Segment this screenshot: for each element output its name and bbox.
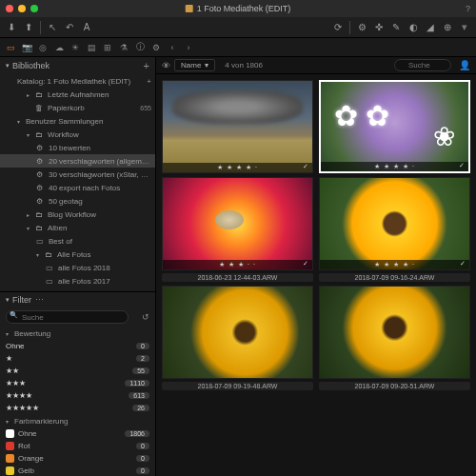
user-icon[interactable]: 👤 <box>459 60 470 70</box>
rating-filter-row[interactable]: ★★★★★26 <box>0 402 155 414</box>
trash-row[interactable]: 🗑 Papierkorb 655 <box>0 101 155 114</box>
close-window-button[interactable] <box>6 5 13 12</box>
color-label-header[interactable]: ▾ Farbmarkierung <box>0 414 155 427</box>
rating-filter-row[interactable]: ★★55 <box>0 365 155 377</box>
crop-tool-icon[interactable]: ✜ <box>371 20 387 35</box>
blog-workflow-folder[interactable]: ▸ 🗀 Blog Workflow <box>0 208 155 221</box>
rating-filter-row[interactable]: ★★★★613 <box>0 389 155 402</box>
gradient-tool-icon[interactable]: ◢ <box>423 20 438 35</box>
thumbnail-image[interactable]: ★ ★ ★ ★ ·✓ <box>162 80 313 173</box>
disclosure-icon[interactable]: ▾ <box>6 418 11 425</box>
add-icon[interactable]: + <box>144 60 149 71</box>
main-toolbar: ⬇ ⬆ ↖ ↶ A ⟳ ⚙ ✜ ✎ ◐ ◢ ⊕ ▾ <box>0 17 476 38</box>
color-filter-row[interactable]: Gelb0 <box>0 465 155 476</box>
disclosure-icon[interactable]: ▾ <box>6 296 10 304</box>
library-section-header[interactable]: ▾ Bibliothek + <box>0 57 155 74</box>
color-chip <box>6 442 14 450</box>
view-mode-icon[interactable]: 👁 <box>162 61 170 70</box>
browser-panel: 👁 Name ▾ 4 von 1806 👤 ★ ★ ★ ★ ·✓★ ★ ★ ★ … <box>156 57 476 476</box>
titlebar-right: ? <box>466 4 470 13</box>
thumbnail-rating: ★ ★ ★ ★ ·✓ <box>163 163 312 172</box>
thumbnail-image[interactable] <box>319 286 470 379</box>
album-row[interactable]: ▭alle Fotos 2017 <box>0 274 155 288</box>
recent-captures-row[interactable]: ▸ 🗀 Letzte Aufnahmen <box>0 88 155 101</box>
thumbnail-image[interactable] <box>162 286 313 379</box>
smart-album[interactable]: ⚙10 bewerten <box>0 141 155 154</box>
smart-album[interactable]: ⚙30 verschlagworten (xStar, 500px, Cop… <box>0 168 155 181</box>
levels-icon[interactable]: ▤ <box>85 41 98 54</box>
disclosure-icon[interactable]: ▾ <box>27 225 32 231</box>
thumbnail-cell[interactable]: ★ ★ ★ ★ ·✓2018-07-09 09-16-24.ARW <box>319 177 470 282</box>
nav-next-icon[interactable]: › <box>182 41 195 54</box>
erase-tool-icon[interactable]: ◐ <box>406 20 421 35</box>
heal-tool-icon[interactable]: ⊕ <box>440 20 455 35</box>
adjust-icon[interactable]: ⚗ <box>117 41 130 54</box>
text-tool-icon[interactable]: A <box>79 20 94 35</box>
library-tab-icon[interactable]: ▭ <box>4 41 17 54</box>
rating-header[interactable]: ▾ Bewertung <box>0 327 155 340</box>
filter-section-header[interactable]: ▾ Filter ⋯ <box>0 291 155 307</box>
thumbnail-image[interactable]: ★ ★ ★ · ·✓ <box>162 177 313 270</box>
lens-icon[interactable]: ◎ <box>36 41 50 54</box>
disclosure-icon[interactable]: ▾ <box>36 251 42 258</box>
albums-folder[interactable]: ▾ 🗀 Alben <box>0 221 155 234</box>
filter-options-icon[interactable]: ⋯ <box>35 295 44 305</box>
export-icon[interactable]: ⬆ <box>21 20 36 35</box>
help-icon[interactable]: ? <box>466 4 470 13</box>
output-icon[interactable]: ⚙ <box>149 41 163 54</box>
thumbnail-image[interactable]: ★ ★ ★ ★ ·✓ <box>319 80 470 173</box>
smart-album[interactable]: ⚙20 verschlagworten (allgemein) <box>0 154 155 168</box>
nav-prev-icon[interactable]: ‹ <box>166 41 179 54</box>
rating-filter-row[interactable]: ★★★1110 <box>0 377 155 389</box>
import-icon[interactable]: ⬇ <box>4 20 19 35</box>
disclosure-icon[interactable]: ▾ <box>17 118 23 125</box>
undo-icon[interactable]: ↶ <box>62 20 77 35</box>
zoom-window-button[interactable] <box>30 5 38 12</box>
rotate-icon[interactable]: ⟳ <box>330 20 346 35</box>
disclosure-icon[interactable]: ▾ <box>6 330 11 337</box>
thumbnail-cell[interactable]: ★ ★ ★ · ·✓2018-06-23 12-44-03.ARW <box>162 177 313 282</box>
filter-search-input[interactable] <box>6 310 129 324</box>
album-row[interactable]: ▭alle Fotos 2018 <box>0 261 155 274</box>
thumbnail-image[interactable]: ★ ★ ★ ★ ·✓ <box>319 177 470 270</box>
color-filter-row[interactable]: Rot0 <box>0 440 155 452</box>
thumbnail-cell[interactable]: 2018-07-09 09-20-51.ARW <box>319 286 470 390</box>
color-icon[interactable]: ☁ <box>52 41 66 54</box>
tether-tab-icon[interactable]: 📷 <box>20 41 33 54</box>
sort-dropdown[interactable]: Name ▾ <box>174 59 215 71</box>
thumbnail-cell[interactable]: ★ ★ ★ ★ ·✓ <box>319 80 470 173</box>
pick-icon: ✓ <box>459 162 466 169</box>
catalog-row[interactable]: Katalog: 1 Foto Mediathek (EDIT) + <box>0 74 155 88</box>
filter-reset-icon[interactable]: ↺ <box>142 312 149 322</box>
auto-adjust-icon[interactable]: ⚙ <box>354 20 369 35</box>
brush-tool-icon[interactable]: ✎ <box>388 20 404 35</box>
more-tools-icon[interactable]: ▾ <box>457 20 472 35</box>
color-count: 0 <box>136 467 149 474</box>
disclosure-icon[interactable]: ▸ <box>27 211 32 218</box>
album-row[interactable]: ▭Best of <box>0 234 155 248</box>
selection-counter: 4 von 1806 <box>225 61 263 69</box>
smart-album[interactable]: ⚙50 geotag <box>0 194 155 208</box>
thumbnail-cell[interactable]: ★ ★ ★ ★ ·✓ <box>162 80 313 173</box>
thumbnail-cell[interactable]: 2018-07-09 09-19-48.ARW <box>162 286 313 390</box>
disclosure-icon[interactable]: ▾ <box>6 62 10 69</box>
user-collections-row[interactable]: ▾ Benutzer Sammlungen <box>0 114 155 128</box>
add-icon[interactable]: + <box>147 77 151 86</box>
color-filter-row[interactable]: Ohne1806 <box>0 427 155 440</box>
metadata-icon[interactable]: ⓘ <box>133 41 147 54</box>
browser-search-input[interactable] <box>394 59 451 71</box>
smart-album[interactable]: ⚙40 export nach Fotos <box>0 181 155 194</box>
rating-filter-row[interactable]: Ohne0 <box>0 340 155 352</box>
exposure-icon[interactable]: ☀ <box>69 41 82 54</box>
color-name: Orange <box>18 454 132 463</box>
rating-filter-row[interactable]: ★2 <box>0 352 155 365</box>
thumbnail-filename: 2018-07-09 09-19-48.ARW <box>162 382 313 390</box>
cursor-tool-icon[interactable]: ↖ <box>45 20 60 35</box>
all-photos-folder[interactable]: ▾ 🗀 Alle Fotos <box>0 248 155 261</box>
workflow-folder[interactable]: ▾ 🗀 Workflow <box>0 128 155 141</box>
color-filter-row[interactable]: Orange0 <box>0 452 155 465</box>
details-icon[interactable]: ⊞ <box>101 41 114 54</box>
disclosure-icon[interactable]: ▾ <box>27 131 32 138</box>
smart-album-icon: ⚙ <box>36 184 46 192</box>
minimize-window-button[interactable] <box>18 5 26 12</box>
